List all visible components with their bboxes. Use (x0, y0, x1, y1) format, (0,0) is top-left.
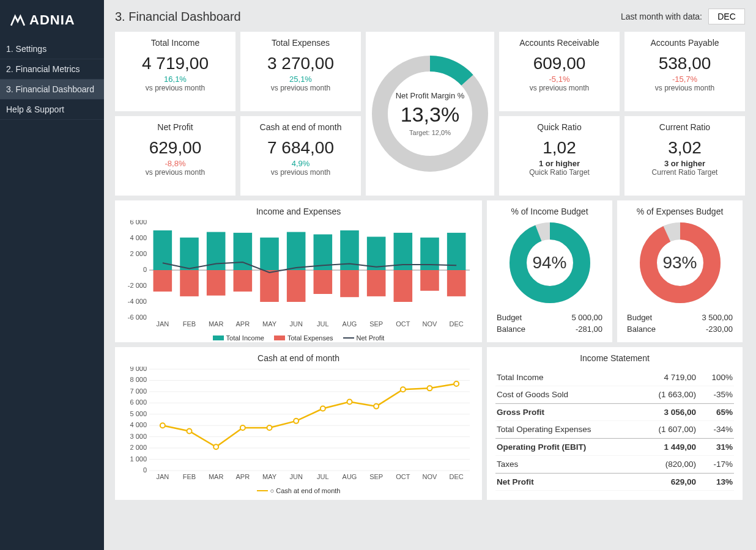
svg-text:JUN: JUN (289, 320, 302, 328)
metric-ar: Accounts Receivable 609,00 -5,1% vs prev… (499, 32, 620, 111)
metric-total-income: Total Income 4 719,00 16,1% vs previous … (115, 32, 235, 111)
svg-point-73 (240, 425, 245, 430)
svg-rect-18 (367, 237, 386, 270)
svg-rect-32 (420, 270, 439, 291)
income-budget-card: % of Income Budget 94% Budget5 000,00 Ba… (487, 200, 612, 342)
svg-text:JUL: JUL (317, 320, 329, 328)
svg-rect-21 (447, 233, 466, 270)
svg-text:8 000: 8 000 (130, 376, 147, 383)
svg-rect-27 (287, 270, 306, 302)
svg-text:0: 0 (143, 466, 147, 474)
svg-text:6 000: 6 000 (130, 220, 147, 226)
svg-text:AUG: AUG (343, 320, 357, 328)
income-expenses-chart: -6 000-4 000-2 00002 0004 0006 000JANFEB… (124, 220, 473, 330)
svg-text:NOV: NOV (423, 320, 438, 328)
stmt-row: Taxes(820,00)-17% (495, 456, 734, 473)
svg-point-77 (347, 399, 352, 404)
svg-text:2 000: 2 000 (130, 444, 147, 451)
svg-rect-15 (287, 232, 306, 270)
line-chart-legend: ○ Cash at end of month (124, 487, 473, 494)
svg-point-79 (401, 387, 406, 392)
svg-text:-2 000: -2 000 (128, 282, 147, 289)
income-statement-card: Income Statement Total Income4 719,00100… (487, 347, 743, 500)
svg-text:2 000: 2 000 (130, 250, 147, 257)
svg-rect-33 (447, 270, 466, 296)
stmt-row: Operating Profit (EBIT)1 449,0031% (495, 438, 734, 456)
svg-point-74 (267, 425, 272, 430)
month-select[interactable] (708, 9, 745, 24)
svg-point-70 (160, 423, 165, 428)
brand-text: ADNIA (29, 12, 75, 28)
svg-text:5 000: 5 000 (130, 410, 147, 417)
svg-text:MAR: MAR (209, 473, 224, 480)
sidebar-item-3[interactable]: Help & Support (0, 100, 104, 120)
metric-cash: Cash at end of month 7 684,00 4,9% vs pr… (240, 116, 361, 196)
svg-text:NOV: NOV (423, 473, 438, 480)
svg-rect-30 (367, 270, 386, 296)
svg-text:AUG: AUG (343, 473, 357, 480)
svg-text:SEP: SEP (369, 320, 383, 328)
stmt-row: Total Income4 719,00100% (495, 369, 734, 386)
page-title: 3. Financial Dashboard (115, 10, 241, 24)
svg-text:9 000: 9 000 (130, 367, 147, 372)
svg-text:APR: APR (236, 320, 250, 328)
cash-line-chart: 01 0002 0003 0004 0005 0006 0007 0008 00… (124, 367, 473, 483)
svg-point-72 (213, 444, 218, 449)
stmt-row: Total Operating Expenses(1 607,00)-34% (495, 421, 734, 438)
metric-current-ratio: Current Ratio 3,02 3 or higher Current R… (624, 116, 745, 196)
metric-quick-ratio: Quick Ratio 1,02 1 or higher Quick Ratio… (499, 116, 620, 196)
topbar: 3. Financial Dashboard Last month with d… (115, 9, 745, 24)
svg-text:JAN: JAN (156, 320, 169, 328)
svg-text:6 000: 6 000 (130, 398, 147, 406)
svg-text:3 000: 3 000 (130, 433, 147, 440)
svg-rect-24 (207, 270, 226, 296)
sidebar-item-1[interactable]: 2. Financial Metrics (0, 59, 104, 79)
svg-text:OCT: OCT (396, 473, 410, 480)
svg-rect-26 (260, 270, 279, 302)
metric-total-expenses: Total Expenses 3 270,00 25,1% vs previou… (240, 32, 361, 111)
bar-chart-legend: Total IncomeTotal ExpensesNet Profit (124, 334, 473, 342)
income-expenses-chart-card: Income and Expenses -6 000-4 000-2 00002… (115, 200, 482, 342)
svg-text:FEB: FEB (183, 473, 196, 480)
last-month-label: Last month with data: (621, 12, 702, 21)
expense-budget-card: % of Expenses Budget 93% Budget3 500,00 … (617, 200, 743, 342)
sidebar: ADNIA 1. Settings2. Financial Metrics3. … (0, 0, 104, 550)
npm-donut-card: Net Profit Margin % 13,3% Target: 12,0% (366, 32, 494, 196)
svg-rect-11 (180, 238, 199, 270)
svg-rect-31 (394, 270, 413, 302)
svg-point-76 (321, 406, 325, 411)
logo-icon (10, 12, 26, 28)
metric-net-profit: Net Profit 629,00 -8,8% vs previous mont… (115, 116, 235, 196)
svg-text:0: 0 (143, 266, 147, 273)
metric-ap: Accounts Payable 538,00 -15,7% vs previo… (624, 32, 745, 111)
svg-text:SEP: SEP (369, 473, 383, 480)
svg-text:4 000: 4 000 (130, 421, 147, 428)
svg-text:-6 000: -6 000 (128, 314, 147, 321)
svg-point-80 (428, 386, 432, 391)
sidebar-item-2[interactable]: 3. Financial Dashboard (0, 79, 104, 100)
svg-point-78 (374, 404, 379, 409)
svg-rect-14 (260, 238, 279, 270)
svg-point-71 (187, 428, 192, 433)
brand-logo: ADNIA (0, 5, 104, 39)
svg-rect-29 (340, 270, 359, 297)
svg-text:MAR: MAR (209, 320, 224, 328)
svg-text:JUN: JUN (289, 473, 302, 480)
cash-chart-card: Cash at end of month 01 0002 0003 0004 0… (115, 347, 482, 500)
stmt-row: Gross Profit3 056,0065% (495, 403, 734, 421)
svg-rect-22 (154, 270, 172, 292)
nav-menu: 1. Settings2. Financial Metrics3. Financ… (0, 39, 104, 120)
svg-text:APR: APR (236, 473, 250, 480)
sidebar-item-0[interactable]: 1. Settings (0, 39, 104, 59)
svg-text:MAY: MAY (262, 473, 277, 480)
svg-text:1 000: 1 000 (130, 455, 147, 463)
svg-text:DEC: DEC (450, 473, 464, 480)
svg-text:FEB: FEB (183, 320, 196, 328)
svg-rect-28 (314, 270, 333, 294)
svg-text:OCT: OCT (396, 320, 410, 328)
svg-text:-4 000: -4 000 (128, 298, 147, 305)
svg-text:DEC: DEC (450, 320, 464, 328)
stmt-row: Net Profit629,0013% (495, 473, 734, 491)
main-content: 3. Financial Dashboard Last month with d… (104, 0, 756, 550)
svg-text:MAY: MAY (262, 320, 277, 328)
